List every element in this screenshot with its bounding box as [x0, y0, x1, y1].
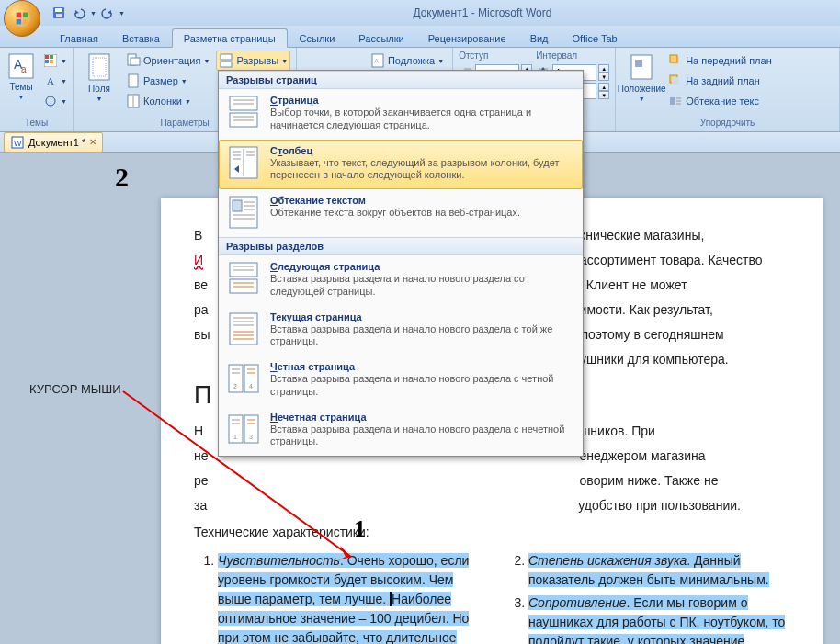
breaks-button[interactable]: Разрывы▼ — [216, 51, 290, 71]
theme-effects[interactable]: ▼ — [40, 91, 70, 111]
tab-page-layout[interactable]: Разметка страницы — [172, 28, 288, 48]
position-label: Положение — [618, 84, 666, 94]
office-button[interactable] — [4, 0, 40, 37]
section-odd-page[interactable]: 13 Нечетная страницаВставка разрыва разд… — [219, 406, 583, 457]
list-item: Степень искажения звука. Данный показате… — [528, 551, 789, 590]
section-next-icon — [228, 261, 259, 296]
theme-fonts[interactable]: A▼ — [40, 71, 70, 91]
svg-rect-1 — [17, 13, 21, 17]
svg-rect-46 — [670, 97, 675, 105]
breaks-label: Разрывы — [236, 55, 278, 66]
columns-label: Колонки — [143, 96, 182, 107]
svg-rect-13 — [50, 55, 53, 59]
quick-access-toolbar: ▼ ▼ — [50, 4, 125, 22]
tab-office-tab[interactable]: Office Tab — [561, 28, 630, 47]
word-doc-icon: W — [10, 135, 25, 150]
svg-rect-6 — [55, 8, 62, 12]
section-even-icon: 24 — [228, 361, 259, 396]
save-button[interactable] — [50, 4, 68, 22]
margins-label: Поля — [88, 84, 110, 94]
redo-button[interactable] — [98, 4, 117, 22]
margins-button[interactable]: Поля▼ — [79, 51, 119, 117]
size-button[interactable]: Размер▼ — [123, 71, 212, 91]
break-page[interactable]: СтраницаВыбор точки, в которой заканчива… — [219, 89, 583, 140]
cursor-annotation-label: КУРСОР МЫШИ — [29, 382, 121, 396]
themes-button[interactable]: Aa Темы ▼ — [6, 51, 37, 117]
window-title: Документ1 - Microsoft Word — [125, 6, 840, 19]
group-themes: Aa Темы ▼ ▼ A▼ ▼ Темы — [0, 48, 74, 131]
group-arrange-label: Упорядочить — [621, 117, 834, 131]
tab-view[interactable]: Вид — [518, 28, 561, 47]
themes-label: Темы — [9, 82, 32, 92]
svg-rect-7 — [56, 14, 62, 17]
breaks-dropdown-menu: Разрывы страниц СтраницаВыбор точки, в к… — [218, 70, 584, 457]
orientation-button[interactable]: Ориентация▼ — [123, 51, 212, 71]
tab-review[interactable]: Рецензирование — [416, 28, 518, 47]
document-tab-label: Документ1 * — [28, 137, 85, 148]
list-item: Чувствительность. Очень хорошо, если уро… — [218, 551, 479, 645]
watermark-button[interactable]: AПодложка▼ — [368, 51, 447, 71]
text-wrap-label: Обтекание текс — [686, 96, 759, 107]
svg-rect-3 — [17, 19, 21, 24]
svg-rect-15 — [50, 60, 53, 63]
svg-rect-43 — [670, 55, 677, 62]
svg-rect-45 — [672, 77, 679, 85]
svg-rect-25 — [221, 62, 232, 67]
size-label: Размер — [143, 75, 178, 86]
ribbon-tabs: Главная Вставка Разметка страницы Ссылки… — [0, 26, 840, 48]
breaks-hdr-pages: Разрывы страниц — [219, 71, 583, 89]
send-back-button[interactable]: На задний план — [665, 71, 775, 91]
break-page-icon — [228, 95, 259, 130]
section-cont-icon — [228, 311, 259, 346]
svg-point-16 — [46, 96, 55, 106]
section-next-page[interactable]: Следующая страницаВставка разрыва раздел… — [219, 255, 583, 306]
document-tab[interactable]: W Документ1 * ✕ — [4, 132, 103, 153]
svg-rect-14 — [45, 60, 49, 63]
tab-insert[interactable]: Вставка — [110, 28, 172, 47]
break-wrap-icon — [228, 195, 259, 230]
tab-mailings[interactable]: Рассылки — [346, 28, 415, 47]
tab-home[interactable]: Главная — [48, 28, 110, 47]
annotation-2: 2 — [115, 162, 129, 193]
text-wrap-button[interactable]: Обтекание текс — [665, 91, 775, 111]
close-tab-icon[interactable]: ✕ — [89, 137, 96, 147]
tab-references[interactable]: Ссылки — [288, 28, 347, 47]
svg-text:W: W — [14, 139, 22, 148]
svg-rect-4 — [23, 19, 28, 24]
spacing-heading: Интервал — [536, 51, 609, 63]
undo-dropdown[interactable]: ▼ — [90, 10, 96, 17]
svg-text:3: 3 — [249, 434, 253, 440]
columns-button[interactable]: Колонки▼ — [123, 91, 212, 111]
svg-rect-2 — [23, 13, 28, 17]
break-text-wrapping[interactable]: Обтекание текстомОбтекание текста вокруг… — [219, 189, 583, 237]
indent-heading: Отступ — [459, 51, 532, 63]
title-bar: ▼ ▼ Документ1 - Microsoft Word — [0, 0, 840, 26]
group-themes-label: Темы — [6, 117, 67, 131]
position-button[interactable]: Положение▼ — [621, 51, 662, 117]
svg-text:1: 1 — [233, 434, 237, 440]
group-arrange: Положение▼ На передний план На задний пл… — [616, 48, 840, 131]
theme-colors[interactable]: ▼ — [40, 51, 70, 71]
qat-customize[interactable]: ▼ — [119, 10, 125, 17]
section-continuous[interactable]: Текущая страницаВставка разрыва раздела … — [219, 306, 583, 356]
svg-rect-20 — [131, 58, 140, 65]
section-odd-icon: 13 — [228, 412, 259, 446]
send-back-label: На задний план — [686, 75, 760, 86]
svg-text:2: 2 — [233, 383, 237, 390]
tech-heading: Технические характеристики: — [194, 523, 789, 542]
breaks-hdr-sections: Разрывы разделов — [219, 237, 583, 255]
section-even-page[interactable]: 24 Четная страницаВставка разрыва раздел… — [219, 356, 583, 406]
break-column-icon — [228, 145, 259, 180]
svg-rect-68 — [233, 200, 242, 211]
svg-text:A: A — [374, 57, 380, 65]
list-item: Сопротивление. Если мы говорим о наушник… — [528, 593, 789, 645]
two-columns: Чувствительность. Очень хорошо, если уро… — [194, 551, 789, 645]
undo-button[interactable] — [70, 4, 88, 22]
svg-rect-41 — [635, 60, 642, 67]
svg-text:a: a — [21, 64, 27, 74]
bring-front-label: На передний план — [686, 55, 772, 66]
bring-front-button[interactable]: На передний план — [665, 51, 775, 71]
svg-rect-21 — [129, 74, 138, 87]
svg-rect-12 — [45, 55, 49, 59]
break-column[interactable]: СтолбецУказывает, что текст, следующий з… — [219, 140, 583, 190]
